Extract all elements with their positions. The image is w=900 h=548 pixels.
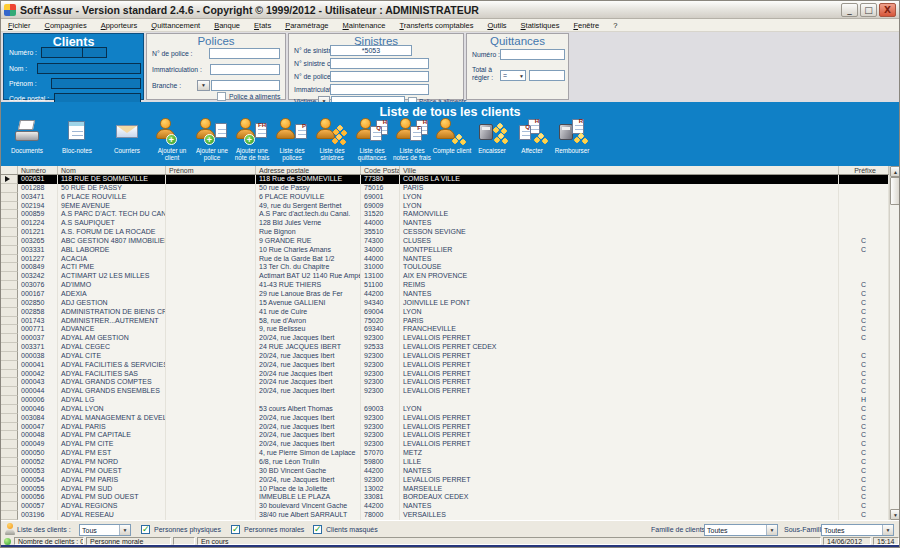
header-adresse[interactable]: Adresse postale — [256, 166, 361, 174]
table-row[interactable]: 000055 ADYAL PM SUD 10 Place de la Jolie… — [1, 485, 889, 494]
menu-item[interactable]: Etats — [247, 21, 278, 30]
menu-item[interactable]: Transferts comptables — [392, 21, 480, 30]
row-selector-gutter[interactable] — [1, 228, 18, 237]
table-row[interactable]: 003076 AD'IMMO 41-43 RUE THIERS 51100 RE… — [1, 281, 889, 290]
table-row[interactable]: 000048 ADYAL PM CAPITALE 20/24, rue Jacq… — [1, 431, 889, 440]
toolbar-button[interactable]: Encaisser — [472, 118, 512, 161]
policy-branch-input[interactable] — [211, 80, 280, 91]
client-number-suffix-input[interactable] — [82, 47, 107, 58]
row-selector-gutter[interactable] — [1, 440, 18, 449]
table-row[interactable]: 000042 ADYAL FACILITIES SAS 20/24 rue Ja… — [1, 370, 889, 379]
policy-registration-input[interactable] — [210, 64, 280, 75]
table-row[interactable]: 002858 ADMINISTRATION DE BIENS CROIX ROU… — [1, 308, 889, 317]
toolbar-button[interactable]: P Liste des polices — [272, 118, 312, 161]
toolbar-button[interactable]: Documents — [2, 118, 52, 161]
row-selector-gutter[interactable] — [1, 281, 18, 290]
row-selector-gutter[interactable] — [1, 308, 18, 317]
menu-item[interactable]: Apporteurs — [94, 21, 145, 30]
table-row[interactable]: 001221 A.S. FORUM DE LA ROCADE Rue Bigno… — [1, 228, 889, 237]
receipt-operator-select[interactable]: = ▼ — [500, 70, 526, 81]
menu-item[interactable]: ? — [606, 21, 624, 30]
row-selector-gutter[interactable] — [1, 290, 18, 299]
table-row[interactable]: 000057 ADYAL REGIONS 30 boulevard Vincen… — [1, 502, 889, 511]
header-numero[interactable]: Numéro — [18, 166, 58, 174]
table-row[interactable]: 003084 ADYAL MANAGEMENT & DEVELOPPEMENT … — [1, 414, 889, 423]
table-row[interactable]: 000041 ADYAL FACILITIES & SERVICIES 20/2… — [1, 361, 889, 370]
row-selector-gutter[interactable] — [1, 317, 18, 326]
row-selector-gutter[interactable] — [1, 414, 18, 423]
row-selector-gutter[interactable] — [1, 431, 18, 440]
menu-item[interactable]: Outils — [480, 21, 513, 30]
menu-item[interactable]: Quittancement — [144, 21, 207, 30]
row-selector-gutter[interactable] — [1, 449, 18, 458]
row-selector-gutter[interactable] — [1, 467, 18, 476]
table-row[interactable]: 003371 ADYAL CEGEC 24 RUE JACQUES IBERT … — [1, 343, 889, 352]
row-selector-gutter[interactable] — [1, 325, 18, 334]
table-row[interactable]: 002194 9ÈME AVENUE 49, rue du Sergent Be… — [1, 202, 889, 211]
row-selector-gutter[interactable] — [1, 272, 18, 281]
policy-aliments-checkbox[interactable] — [217, 92, 226, 101]
table-row[interactable]: 000050 ADYAL PM EST 4, rue Pierre Simon … — [1, 449, 889, 458]
row-selector-gutter[interactable] — [1, 361, 18, 370]
table-row[interactable]: 001224 A.S SAUPIQUET 128 Bld Jules Verne… — [1, 219, 889, 228]
table-row[interactable]: 000771 ADVANCE 9, rue Belisseu 69340 FRA… — [1, 325, 889, 334]
table-row[interactable]: 003331 ABL LABORDE 10 Rue Charles Amans … — [1, 246, 889, 255]
receipt-total-input[interactable] — [529, 70, 565, 81]
row-selector-gutter[interactable] — [1, 423, 18, 432]
header-nom[interactable]: Nom — [58, 166, 166, 174]
table-row[interactable]: 000053 ADYAL PM OUEST 30 BD Vincent Gach… — [1, 467, 889, 476]
row-selector-gutter[interactable] — [1, 502, 18, 511]
toolbar-button[interactable]: HF Liste des notes de frais — [392, 118, 432, 161]
toolbar-button[interactable]: + Ajouter un client — [152, 118, 192, 161]
table-row[interactable]: 000037 ADYAL AM GESTION 20/24, rue Jacqu… — [1, 334, 889, 343]
menu-item[interactable]: Maintenance — [336, 21, 393, 30]
row-selector-gutter[interactable] — [1, 511, 18, 520]
table-row[interactable]: 000049 ADYAL PM CITE 20/24, rue Jacques … — [1, 440, 889, 449]
claim-policy-number-input[interactable] — [330, 71, 429, 82]
table-row[interactable]: 000167 ADEXIA 29 rue Lanoue Bras de Fer … — [1, 290, 889, 299]
client-list-select[interactable]: Tous ▼ — [79, 524, 131, 536]
claim-registration-input[interactable] — [330, 84, 429, 95]
toolbar-button[interactable]: Bloc-notes — [52, 118, 102, 161]
toolbar-button[interactable]: Liste des sinistres — [312, 118, 352, 161]
row-selector-gutter[interactable] — [1, 485, 18, 494]
table-row[interactable]: 000849 ACTI PME 13 Ter Ch. du Chapitre 3… — [1, 263, 889, 272]
table-row[interactable]: 003196 ADYAL RESEAU 38/40 rue Albert SAR… — [1, 511, 889, 520]
subfamily-select[interactable]: Toutes ▼ — [821, 524, 894, 536]
table-row[interactable]: 000043 ADYAL GRANDS COMPTES 20/24 rue Ja… — [1, 378, 889, 387]
client-firstname-input[interactable] — [51, 78, 141, 89]
client-name-input[interactable] — [37, 63, 141, 74]
toolbar-button[interactable]: HQ Affecter — [512, 118, 552, 161]
close-button[interactable]: X — [879, 3, 896, 17]
row-selector-gutter[interactable] — [1, 193, 18, 202]
toolbar-button[interactable]: R Rembourser — [552, 118, 592, 161]
toolbar-button[interactable]: HQ Liste des quittances — [352, 118, 392, 161]
row-selector-gutter[interactable] — [1, 246, 18, 255]
table-row[interactable]: 003471 6 PLACE ROUVILLE 6 PLACE ROUVILLE… — [1, 193, 889, 202]
table-row[interactable]: 003242 ACTIMART U2 LES MILLES Actimart B… — [1, 272, 889, 281]
table-row[interactable]: 000052 ADYAL PM NORD 6/8, rue Léon Truli… — [1, 458, 889, 467]
table-row[interactable]: 001227 ACACIA Rue de la Garde Bat 1/2 44… — [1, 255, 889, 264]
menu-item[interactable]: Compagnies — [38, 21, 94, 30]
menu-item[interactable]: Paramétrage — [278, 21, 335, 30]
row-selector-gutter[interactable] — [1, 370, 18, 379]
table-row[interactable]: 001288 50 RUE DE PASSY 50 rue de Passy 7… — [1, 184, 889, 193]
row-selector-gutter[interactable] — [1, 263, 18, 272]
row-selector-gutter[interactable] — [1, 493, 18, 502]
row-selector-gutter[interactable] — [1, 237, 18, 246]
menu-item[interactable]: Fichier — [1, 21, 38, 30]
row-selector-gutter[interactable] — [1, 378, 18, 387]
row-selector-gutter[interactable] — [1, 219, 18, 228]
family-select[interactable]: Toutes ▼ — [704, 524, 778, 536]
claim-company-number-input[interactable] — [330, 58, 429, 69]
minimize-button[interactable]: _ — [841, 3, 858, 17]
policy-branch-dropdown[interactable]: ▼ — [197, 80, 210, 91]
toolbar-button[interactable]: Courriers — [102, 118, 152, 161]
toolbar-button[interactable]: FH+ Ajouter une note de frais — [232, 118, 272, 161]
toolbar-button[interactable]: + Ajouter une police — [192, 118, 232, 161]
row-selector-gutter[interactable] — [1, 396, 18, 405]
personnes-physiques-checkbox[interactable] — [141, 525, 150, 534]
row-selector-gutter[interactable] — [1, 387, 18, 396]
menu-item[interactable]: Statistiques — [514, 21, 567, 30]
table-row[interactable]: 000859 A.S PARC D'ACT. TECH DU CANAL A.S… — [1, 210, 889, 219]
